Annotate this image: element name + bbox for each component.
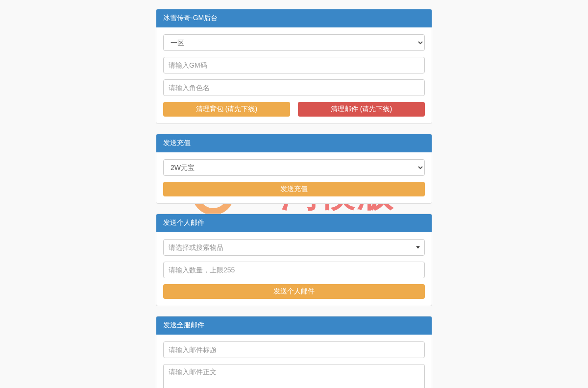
panel-server-mail: 发送全服邮件 [156, 316, 432, 388]
gm-code-input[interactable] [163, 57, 425, 73]
clear-bag-button[interactable]: 清理背包 (请先下线) [163, 102, 290, 117]
panel-personal-mail-body: 发送个人邮件 [156, 232, 432, 306]
panel-send-recharge-title: 发送充值 [156, 134, 432, 152]
panel-server-mail-title: 发送全服邮件 [156, 316, 432, 335]
quantity-input[interactable] [163, 262, 425, 278]
panel-personal-mail: 发送个人邮件 发送个人邮件 [156, 214, 432, 306]
item-input[interactable] [163, 239, 425, 256]
panel-send-recharge: 发送充值 2W元宝 发送充值 [156, 134, 432, 204]
gm-button-row: 清理背包 (请先下线) 清理邮件 (请先下线) [163, 102, 425, 117]
send-personal-mail-button[interactable]: 发送个人邮件 [163, 284, 425, 299]
panel-gm-admin-body: 一区 清理背包 (请先下线) 清理邮件 (请先下线) [156, 27, 432, 123]
clear-mail-button[interactable]: 清理邮件 (请先下线) [298, 102, 425, 117]
item-combobox[interactable] [163, 239, 425, 256]
recharge-select[interactable]: 2W元宝 [163, 159, 425, 176]
panel-send-recharge-body: 2W元宝 发送充值 [156, 152, 432, 203]
panel-server-mail-body [156, 335, 432, 388]
caret-down-icon [416, 246, 420, 249]
mail-body-textarea[interactable] [163, 364, 425, 388]
panel-gm-admin: 冰雪传奇-GM后台 一区 清理背包 (请先下线) 清理邮件 (请先下线) [156, 9, 432, 124]
main-container: 冰雪传奇-GM后台 一区 清理背包 (请先下线) 清理邮件 (请先下线) 发送充… [156, 9, 432, 388]
role-name-input[interactable] [163, 79, 425, 96]
server-select[interactable]: 一区 [163, 34, 425, 51]
panel-personal-mail-title: 发送个人邮件 [156, 214, 432, 232]
send-recharge-button[interactable]: 发送充值 [163, 182, 425, 196]
mail-subject-input[interactable] [163, 341, 425, 358]
panel-gm-admin-title: 冰雪传奇-GM后台 [156, 9, 432, 27]
